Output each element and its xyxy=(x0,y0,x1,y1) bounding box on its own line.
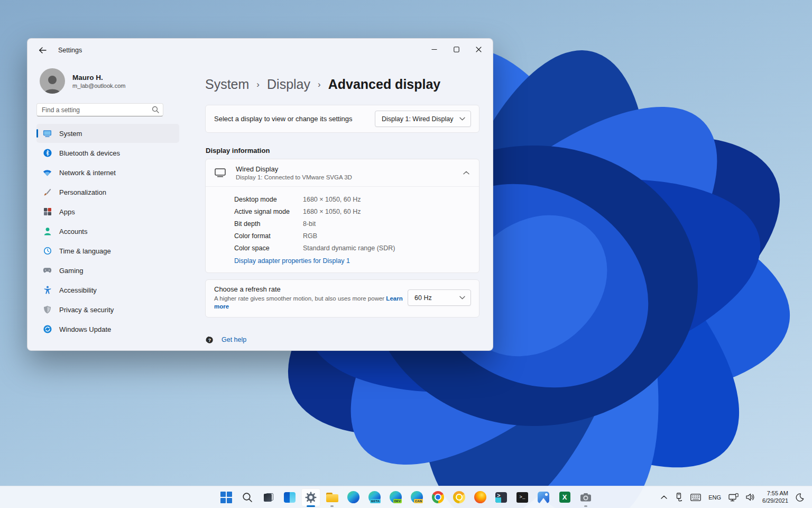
chrome-button[interactable] xyxy=(427,487,448,508)
device-subtitle: Display 1: Connected to VMware SVGA 3D xyxy=(236,174,463,180)
chrome-canary-button[interactable] xyxy=(448,487,469,508)
sidebar-item-personalization[interactable]: Personalization xyxy=(36,183,179,202)
sidebar-item-gaming[interactable]: Gaming xyxy=(36,261,179,280)
photos-button[interactable] xyxy=(533,487,554,508)
tray-clock[interactable]: 7:55 AM 6/29/2021 xyxy=(759,488,792,506)
minimize-button[interactable] xyxy=(423,39,445,60)
system-icon xyxy=(43,129,52,138)
monitor-icon xyxy=(215,168,226,177)
accessibility-icon xyxy=(43,286,52,295)
camera-button[interactable] xyxy=(575,487,596,508)
edge-beta-icon: BETA xyxy=(368,491,381,504)
start-button[interactable] xyxy=(216,487,237,508)
close-button[interactable] xyxy=(467,39,490,60)
chevron-up-icon[interactable] xyxy=(463,171,469,175)
windows-update-icon xyxy=(43,325,52,334)
taskbar: BETA DEV CAN > >_ xyxy=(0,486,812,508)
sidebar-item-accounts[interactable]: Accounts xyxy=(36,222,179,241)
display-adapter-properties-link[interactable]: Display adapter properties for Display 1 xyxy=(234,257,350,265)
edge-button[interactable] xyxy=(343,487,364,508)
sidebar-item-system[interactable]: System xyxy=(36,124,179,143)
focus-assist-moon-icon[interactable] xyxy=(792,488,808,506)
detail-value: Standard dynamic range (SDR) xyxy=(303,244,395,252)
detail-row: Color space Standard dynamic range (SDR) xyxy=(234,242,469,254)
widgets-icon xyxy=(283,491,296,504)
refresh-rate-card: Choose a refresh rate A higher rate give… xyxy=(205,279,479,318)
file-explorer-icon xyxy=(326,491,338,504)
excel-button[interactable]: X xyxy=(554,487,575,508)
titlebar: Settings xyxy=(27,39,493,62)
breadcrumb: System › Display › Advanced display xyxy=(205,77,493,92)
window-title: Settings xyxy=(58,47,82,54)
breadcrumb-display[interactable]: Display xyxy=(267,77,310,92)
back-button[interactable] xyxy=(34,43,51,58)
time-language-icon xyxy=(43,247,52,256)
task-view-button[interactable] xyxy=(258,487,279,508)
usb-icon[interactable] xyxy=(671,488,687,506)
sidebar-item-time-language[interactable]: Time & language xyxy=(36,241,179,260)
excel-icon: X xyxy=(558,491,571,504)
gear-icon xyxy=(304,491,317,504)
accounts-icon xyxy=(43,227,52,236)
edge-canary-button[interactable]: CAN xyxy=(406,487,427,508)
user-profile[interactable]: Mauro H. m_lab@outlook.com xyxy=(40,68,202,94)
taskbar-settings-button[interactable] xyxy=(300,487,321,508)
search-icon xyxy=(152,106,159,115)
taskbar-search-button[interactable] xyxy=(237,487,258,508)
volume-icon[interactable] xyxy=(742,488,759,506)
detail-row: Color format RGB xyxy=(234,230,469,242)
personalization-icon xyxy=(43,188,52,197)
desktop: Settings Mauro H. xyxy=(0,0,812,508)
network-icon[interactable] xyxy=(725,488,742,506)
sidebar-item-bluetooth[interactable]: Bluetooth & devices xyxy=(36,143,179,162)
sidebar-item-label: Bluetooth & devices xyxy=(59,149,120,157)
detail-label: Active signal mode xyxy=(234,208,303,215)
edge-canary-icon: CAN xyxy=(410,491,423,504)
dev-badge: DEV xyxy=(393,499,402,503)
maximize-button[interactable] xyxy=(445,39,467,60)
sidebar-nav: System Bluetooth & devices Network & int… xyxy=(36,124,179,339)
touch-keyboard-icon[interactable] xyxy=(687,488,705,506)
apps-icon xyxy=(43,207,52,216)
refresh-rate-dropdown[interactable]: 60 Hz xyxy=(408,289,471,306)
language-indicator[interactable]: ENG xyxy=(705,488,725,506)
sidebar-item-network[interactable]: Network & internet xyxy=(36,163,179,182)
display-information-heading: Display information xyxy=(206,147,493,155)
start-icon xyxy=(220,491,233,504)
display-select-dropdown[interactable]: Display 1: Wired Display xyxy=(375,111,471,127)
breadcrumb-system[interactable]: System xyxy=(205,77,249,92)
display-information-body: Desktop mode 1680 × 1050, 60 Hz Active s… xyxy=(206,187,479,273)
sidebar-item-label: Privacy & security xyxy=(59,306,114,314)
display-information-header[interactable]: Wired Display Display 1: Connected to VM… xyxy=(206,159,479,187)
tray-chevron-up-icon[interactable] xyxy=(657,488,671,506)
edge-beta-button[interactable]: BETA xyxy=(364,487,385,508)
display-information-card: Wired Display Display 1: Connected to VM… xyxy=(205,159,479,273)
sidebar-item-label: Network & internet xyxy=(59,169,116,177)
sidebar-item-label: System xyxy=(59,130,82,138)
chevron-down-icon xyxy=(459,117,465,121)
detail-row: Active signal mode 1680 × 1050, 60 Hz xyxy=(234,205,469,217)
breadcrumb-separator: › xyxy=(256,79,260,90)
edge-dev-button[interactable]: DEV xyxy=(385,487,406,508)
command-prompt-button[interactable]: >_ xyxy=(512,487,533,508)
taskbar-icons: BETA DEV CAN > >_ xyxy=(216,487,596,508)
windows-terminal-button[interactable]: > xyxy=(491,487,512,508)
get-help-icon: ? xyxy=(205,335,214,344)
search-input[interactable] xyxy=(36,103,163,116)
sidebar-item-apps[interactable]: Apps xyxy=(36,202,179,221)
sidebar-item-privacy[interactable]: Privacy & security xyxy=(36,300,179,319)
avatar xyxy=(40,68,65,94)
edge-dev-icon: DEV xyxy=(389,491,402,504)
widgets-button[interactable] xyxy=(279,487,300,508)
firefox-button[interactable] xyxy=(469,487,491,508)
get-help-link[interactable]: ? Get help xyxy=(205,335,493,344)
open-app-indicator xyxy=(330,505,334,507)
sidebar-item-accessibility[interactable]: Accessibility xyxy=(36,280,179,300)
file-explorer-button[interactable] xyxy=(321,487,343,508)
canary-badge: CAN xyxy=(414,499,423,503)
detail-value: 1680 × 1050, 60 Hz xyxy=(303,196,361,203)
refresh-rate-value: 60 Hz xyxy=(414,294,432,302)
sidebar-item-label: Accounts xyxy=(59,228,87,235)
sidebar-item-windows-update[interactable]: Windows Update xyxy=(36,320,179,339)
user-email: m_lab@outlook.com xyxy=(72,83,125,89)
